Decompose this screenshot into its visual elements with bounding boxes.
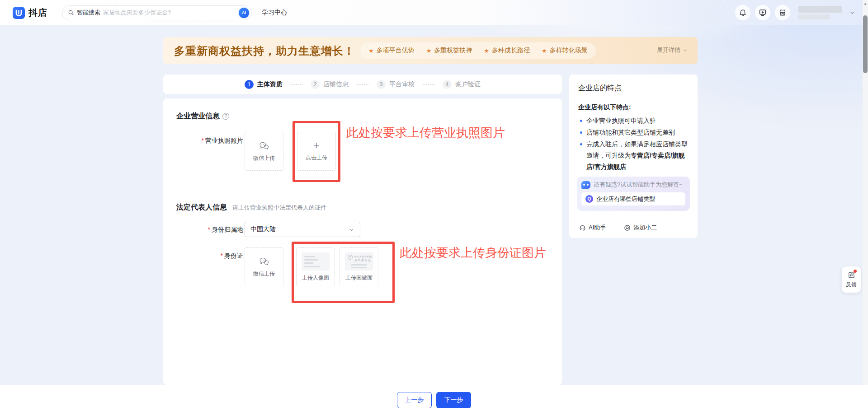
step-connector: [423, 84, 434, 85]
doudian-logo[interactable]: 抖店: [13, 7, 47, 19]
promo-badge: ★多重权益扶持: [426, 47, 472, 55]
idback-card-text: 居民身份证: [354, 258, 372, 262]
wechat-upload-label: 微信上传: [253, 270, 275, 278]
promo-banner: 多重新商权益扶持，助力生意增长！ ★多项平台优势 ★多重权益扶持 ★多种成长路径…: [163, 37, 698, 64]
required-asterisk: *: [221, 252, 223, 259]
shop-icon[interactable]: [775, 5, 790, 20]
idcard-back-graphic: ✳ 中华人民共和国 居民身份证: [345, 252, 373, 270]
promo-badge: ★多项平台优势: [368, 47, 415, 55]
wizard-footer: 上一步 下一步: [0, 385, 868, 415]
user-account-redacted[interactable]: [798, 6, 842, 19]
sidebar-feature-list: 企业营业执照可申请入驻 店铺功能和其它类型店铺无差别 完成入驻后，如果满足相应店…: [578, 115, 690, 173]
plus-icon: +: [314, 141, 320, 150]
ai-robot-icon: [581, 181, 590, 189]
required-asterisk: *: [202, 137, 204, 144]
promo-badge: ★多样转化场景: [542, 47, 588, 55]
feedback-label: 反馈: [846, 281, 857, 289]
question-icon: Q: [585, 195, 593, 203]
headset-icon: [579, 224, 586, 231]
page-scrollbar[interactable]: ▲: [863, 0, 868, 415]
account-chevron-down-icon[interactable]: [849, 9, 855, 16]
ai-suggested-question[interactable]: Q 企业店有哪些店铺类型: [581, 192, 685, 205]
step-shop-info: 2 店铺信息: [311, 80, 349, 89]
step-number: 3: [377, 80, 386, 89]
star-icon: ★: [426, 47, 432, 54]
ai-tip-row: 还有疑惑?试试智能助手为您解答~: [581, 181, 685, 189]
add-support-label: 添加小二: [633, 224, 657, 232]
support-chat-icon: [624, 224, 631, 231]
idcard-label: *身份证: [173, 252, 243, 260]
national-emblem-icon: ✳: [348, 255, 353, 260]
enterprise-shop-sidebar: 企业店的特点 企业店有以下特点: 企业营业执照可申请入驻 店铺功能和其它类型店铺…: [569, 75, 698, 238]
promo-badge-label: 多项平台优势: [377, 47, 415, 55]
upload-back-label: 上传国徽面: [345, 274, 373, 282]
idcard-back-upload-button[interactable]: ✳ 中华人民共和国 居民身份证 上传国徽面: [340, 247, 378, 286]
add-support-button[interactable]: 添加小二: [624, 224, 657, 232]
promo-badges: ★多项平台优势 ★多重权益扶持 ★多种成长路径 ★多样转化场景: [360, 42, 596, 59]
step-platform-review: 3 平台审核: [377, 80, 415, 89]
ai-helper-label: AI助手: [589, 224, 606, 232]
help-icon[interactable]: ?: [222, 113, 229, 120]
idback-country-text: 中华人民共和国: [354, 255, 372, 258]
idcard-wechat-upload-button[interactable]: 微信上传: [245, 247, 283, 286]
download-client-icon[interactable]: [755, 5, 770, 20]
step-label: 账户验证: [455, 80, 481, 89]
promo-banner-title: 多重新商权益扶持，助力生意增长！: [174, 44, 355, 58]
legal-rep-heading: 法定代表人信息 请上传营业执照中法定代表人的证件: [176, 203, 326, 212]
star-icon: ★: [484, 47, 489, 54]
header-actions: [735, 0, 855, 25]
idcard-front-graphic: [302, 252, 330, 270]
region-label-text: 身份归属地: [212, 226, 243, 233]
page: 抖店 智能搜索 家居饰品需要多少保证金? AI 学习中心: [0, 0, 868, 415]
region-selected-value: 中国大陆: [250, 225, 349, 233]
search-input[interactable]: 智能搜索 家居饰品需要多少保证金? AI: [62, 5, 252, 20]
step-label: 主体资质: [257, 80, 283, 89]
enterprise-form-card: 企业营业信息 ? *营业执照照片 微信上传 + 点击上传 法定代表人信息 请上传…: [163, 98, 562, 385]
license-photo-label: *营业执照照片: [173, 137, 243, 145]
registration-steps: 1 主体资质 2 店铺信息 3 平台审核 4 账户验证: [163, 75, 562, 94]
promo-badge-label: 多重权益扶持: [434, 47, 472, 55]
promo-badge-label: 多样转化场景: [550, 47, 588, 55]
learning-center-link[interactable]: 学习中心: [262, 9, 287, 17]
feature-item: 完成入驻后，如果满足相应店铺类型邀请，可升级为专营店/专卖店/旗舰店/官方旗舰店: [578, 139, 690, 173]
upload-front-label: 上传人像面: [302, 274, 329, 282]
license-photo-label-text: 营业执照照片: [205, 137, 243, 144]
step-label: 店铺信息: [323, 80, 349, 89]
license-wechat-upload-button[interactable]: 微信上传: [245, 132, 283, 171]
feature-text: 店铺功能和其它类型店铺无差别: [586, 129, 675, 136]
step-connector: [357, 84, 368, 85]
notification-dot: [854, 270, 857, 273]
next-step-button[interactable]: 下一步: [436, 392, 471, 408]
search-placeholder: 家居饰品需要多少保证金?: [103, 9, 239, 17]
user-name-redacted: [798, 6, 842, 13]
wechat-icon: [259, 141, 269, 151]
select-chevron-down-icon: [349, 227, 354, 233]
scrollbar-up-arrow[interactable]: ▲: [863, 2, 867, 6]
logo-text: 抖店: [28, 7, 47, 19]
feedback-edit-icon: [848, 271, 855, 279]
feedback-button[interactable]: 反馈: [842, 266, 861, 293]
previous-step-button[interactable]: 上一步: [397, 392, 432, 408]
ai-helper-button[interactable]: AI助手: [579, 224, 606, 232]
top-header: 抖店 智能搜索 家居饰品需要多少保证金? AI 学习中心: [0, 0, 868, 25]
license-click-upload-button[interactable]: + 点击上传: [297, 132, 336, 171]
idcard-front-upload-button[interactable]: 上传人像面: [296, 247, 335, 286]
step-number: 2: [311, 80, 320, 89]
idcard-label-text: 身份证: [224, 252, 243, 259]
scrollbar-thumb[interactable]: [863, 15, 868, 73]
region-select[interactable]: 中国大陆: [245, 222, 360, 237]
ai-search-button[interactable]: AI: [239, 8, 249, 18]
expand-details-button[interactable]: 展开详情: [657, 46, 688, 54]
upload-divider: [290, 251, 290, 283]
business-info-heading: 企业营业信息 ?: [176, 112, 229, 121]
click-upload-label: 点击上传: [306, 154, 327, 162]
search-icon: [68, 9, 74, 16]
business-info-title: 企业营业信息: [176, 112, 220, 121]
star-icon: ★: [542, 47, 547, 54]
expand-details-label: 展开详情: [657, 46, 680, 54]
ai-tip-text: 还有疑惑?试试智能助手为您解答~: [594, 181, 683, 189]
annotation-text-license: 此处按要求上传营业执照图片: [346, 125, 505, 141]
notification-bell-icon[interactable]: [735, 5, 750, 20]
chevron-down-icon: [682, 47, 688, 53]
step-number: 4: [443, 80, 452, 89]
